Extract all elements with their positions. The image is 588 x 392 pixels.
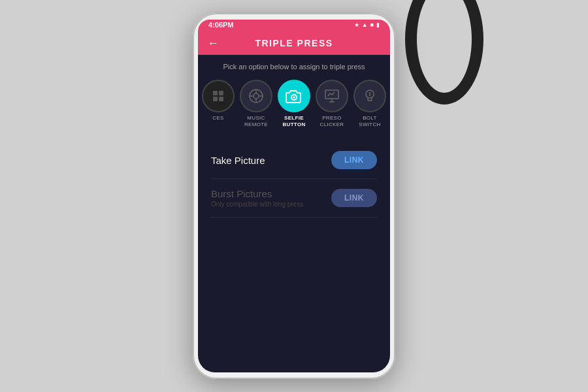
svg-rect-3 — [219, 97, 223, 101]
burst-pictures-info: Burst Pictures Only compatible with long… — [211, 188, 303, 208]
music-remote-circle — [240, 80, 272, 112]
header-title: TRIPLE PRESS — [255, 38, 333, 48]
bulb-icon — [363, 88, 377, 104]
svg-point-5 — [253, 93, 259, 99]
camera-icon — [286, 88, 302, 104]
burst-pictures-row: Burst Pictures Only compatible with long… — [211, 179, 377, 218]
status-time: 4:06PM — [208, 21, 234, 29]
status-icons: ★ ▲ ■ ▮ — [354, 22, 380, 28]
music-icon — [248, 88, 264, 104]
svg-rect-0 — [213, 91, 218, 95]
take-picture-info: Take Picture — [211, 155, 265, 166]
option-music-remote[interactable]: MUSICREMOTE — [239, 80, 273, 127]
option-bolt-switch[interactable]: BOLTSWITCH — [353, 80, 387, 127]
subtitle-text: Pick an option below to assign to triple… — [198, 55, 390, 76]
selfie-button-circle — [278, 80, 310, 112]
ces-icon — [212, 90, 225, 103]
phone-shell: 4:06PM ★ ▲ ■ ▮ ← TRIPLE PRESS Pick an op… — [193, 13, 395, 379]
battery-icon: ▮ — [376, 22, 380, 28]
content-area: Take Picture LINK Burst Pictures Only co… — [198, 135, 390, 367]
presentation-icon — [324, 88, 340, 104]
bolt-switch-circle — [353, 80, 386, 112]
burst-pictures-title: Burst Pictures — [211, 188, 303, 199]
status-bar: 4:06PM ★ ▲ ■ ▮ — [198, 20, 390, 31]
signal-icon: ■ — [370, 22, 374, 28]
svg-point-11 — [293, 97, 295, 99]
option-ces[interactable]: CES — [201, 80, 235, 122]
music-remote-label: MUSICREMOTE — [244, 115, 268, 127]
preso-clicker-label: PRESOCLICKER — [320, 115, 344, 127]
ces-label: CES — [212, 115, 223, 122]
ces-circle — [202, 80, 235, 112]
preso-clicker-circle — [316, 80, 348, 112]
svg-rect-1 — [219, 91, 223, 95]
selfie-button-label: SELFIEBUTTON — [283, 115, 306, 127]
bolt-switch-label: BOLTSWITCH — [359, 115, 380, 127]
burst-pictures-link-button[interactable]: LINK — [331, 189, 377, 207]
header-bar: ← TRIPLE PRESS — [198, 31, 390, 55]
option-selfie-button[interactable]: SELFIEBUTTON — [277, 80, 311, 127]
svg-rect-2 — [213, 97, 218, 101]
options-row: CES MUSICREMOTE — [198, 76, 390, 135]
screen: ← TRIPLE PRESS Pick an option below to a… — [198, 31, 390, 372]
take-picture-row: Take Picture LINK — [211, 142, 377, 179]
bluetooth-icon: ★ — [354, 22, 359, 28]
take-picture-title: Take Picture — [211, 155, 265, 166]
burst-pictures-subtitle: Only compatible with long press — [211, 201, 303, 208]
take-picture-link-button[interactable]: LINK — [331, 151, 377, 169]
home-area — [198, 367, 390, 372]
wifi-icon: ▲ — [362, 22, 368, 28]
option-preso-clicker[interactable]: PRESOCLICKER — [315, 80, 349, 127]
back-button[interactable]: ← — [207, 37, 219, 50]
